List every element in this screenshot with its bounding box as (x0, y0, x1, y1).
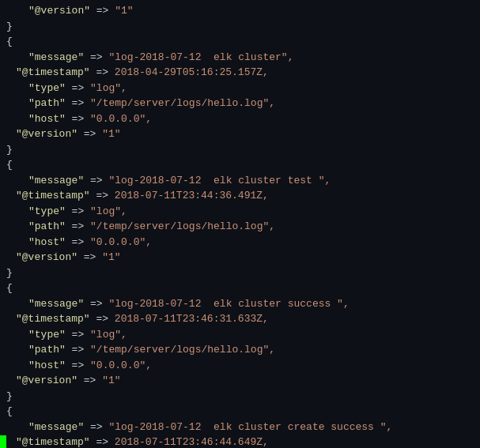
key-version-0: "@version" (28, 3, 90, 19)
line-host-1: "host" => "0.0.0.0", (0, 111, 480, 127)
line-host-3: "host" => "0.0.0.0", (0, 358, 480, 374)
line-close-0: } (0, 19, 480, 35)
code-viewer: "@version" => "1" } { "message" => "log-… (0, 0, 480, 448)
line-version-1: "@version" => "1" (0, 126, 480, 142)
cursor-bar (0, 435, 6, 448)
line-type-1: "type" => "log", (0, 81, 480, 96)
line-type-2: "type" => "log", (0, 204, 480, 220)
line-message-2: "message" => "log-2018-07-12 elk cluster… (0, 173, 480, 189)
line-path-1: "path" => "/temp/server/logs/hello.log", (0, 96, 480, 111)
line-version-0: "@version" => "1" (0, 3, 480, 19)
line-close-1: } (0, 142, 480, 158)
line-host-2: "host" => "0.0.0.0", (0, 235, 480, 250)
line-timestamp-3: "@timestamp" => 2018-07-11T23:46:31.633Z… (0, 311, 480, 327)
line-timestamp-1: "@timestamp" => 2018-04-29T05:16:25.157Z… (0, 65, 480, 81)
line-type-3: "type" => "log", (0, 327, 480, 343)
line-path-2: "path" => "/temp/server/logs/hello.log", (0, 219, 480, 235)
line-open-3: { (0, 280, 480, 296)
line-version-3: "@version" => "1" (0, 373, 480, 389)
line-close-3: } (0, 389, 480, 405)
line-close-2: } (0, 265, 480, 281)
line-version-2: "@version" => "1" (0, 250, 480, 265)
line-timestamp-2: "@timestamp" => 2018-07-11T23:44:36.491Z… (0, 188, 480, 204)
line-open-1: { (0, 34, 480, 50)
line-message-3: "message" => "log-2018-07-12 elk cluster… (0, 296, 480, 312)
line-message-4: "message" => "log-2018-07-12 elk cluster… (0, 420, 480, 435)
line-timestamp-4: "@timestamp" => 2018-07-11T23:46:44.649Z… (0, 435, 480, 448)
line-open-2: { (0, 157, 480, 173)
line-path-3: "path" => "/temp/server/logs/hello.log", (0, 342, 480, 358)
value-version-0: "1" (115, 3, 133, 19)
line-open-4: { (0, 404, 480, 420)
line-message-1: "message" => "log-2018-07-12 elk cluster… (0, 50, 480, 66)
